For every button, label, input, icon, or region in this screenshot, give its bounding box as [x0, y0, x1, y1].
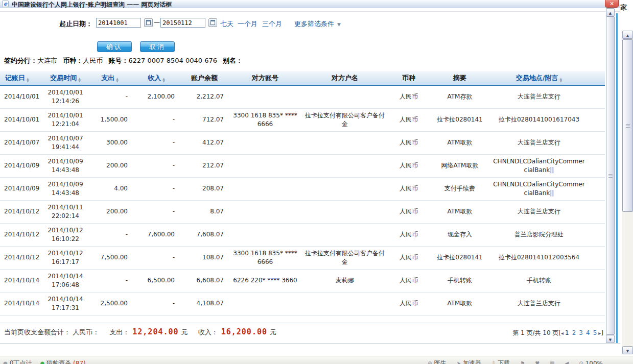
- page-link-1[interactable]: 1: [565, 329, 569, 336]
- start-date-calendar-button[interactable]: [144, 18, 153, 27]
- status-item-window[interactable]: ▦: [550, 360, 554, 364]
- cell-4: -: [133, 177, 180, 200]
- confirm-button[interactable]: 确认: [97, 41, 132, 52]
- close-button[interactable]: ✕: [605, 0, 619, 8]
- cell-4: -: [133, 154, 180, 177]
- cell-5: 212.07: [180, 154, 229, 177]
- cancel-button[interactable]: 取消: [140, 41, 175, 52]
- column-label: 交易地点/附言: [516, 74, 558, 82]
- cell-3: 2,500.00: [87, 292, 133, 315]
- start-date-input[interactable]: [96, 18, 141, 28]
- cell-4: -: [133, 200, 180, 223]
- cell-7: [301, 223, 388, 246]
- more-filters-link[interactable]: 更多筛选条件▼: [294, 19, 341, 29]
- status-item-rocket[interactable]: ➤加速器: [456, 359, 481, 364]
- sort-arrows-icon: ▲▼: [27, 77, 29, 82]
- cell-2: 2014/10/09 14:43:48: [44, 177, 87, 200]
- cell-7: [301, 200, 388, 223]
- browser-statusbar: ●0丁点计●猎豹查杀(87) ⊕医生➤加速器⇩下载⚑♥▦◀⊙100%: [0, 356, 633, 364]
- scroll-up-button[interactable]: ▲: [606, 8, 615, 16]
- status-item-medical[interactable]: ⊕医生: [428, 359, 446, 364]
- cell-7: 拉卡拉支付有限公司客户备付金: [301, 246, 388, 269]
- cell-6: [229, 85, 301, 108]
- cell-5: 6,608.07: [180, 269, 229, 292]
- cell-6: [229, 200, 301, 223]
- column-label: 币种: [402, 74, 415, 82]
- status-item-shield[interactable]: ●猎豹查杀(87): [40, 359, 85, 364]
- cell-2: 2014/10/07 19:41:44: [44, 131, 87, 154]
- dialog-frame-line: [0, 11, 620, 12]
- cell-4: -: [133, 131, 180, 154]
- status-item-dot[interactable]: ●0丁点计: [3, 359, 32, 364]
- sort-arrows-icon: ▲▼: [560, 77, 562, 82]
- pagination: 第 1 页/共 10 页[◂12345▸]: [512, 329, 603, 337]
- statusbar-right: ⊕医生➤加速器⇩下载⚑♥▦◀⊙100%: [428, 359, 603, 364]
- page-link-5[interactable]: 5: [593, 329, 597, 336]
- cell-8: 人民币: [388, 269, 429, 292]
- thumb-grip-icon: [626, 124, 630, 128]
- browser-scrollbar[interactable]: ▲ ▼: [622, 31, 633, 354]
- browser-scroll-down-button[interactable]: ▼: [622, 346, 633, 354]
- transaction-row: 2014/10/122014/10/12 16:17:177,500.00-10…: [0, 246, 605, 269]
- transaction-row: 2014/10/122014/10/11 22:02:14200.00-8.07…: [0, 200, 605, 223]
- scroll-down-button[interactable]: ▼: [606, 335, 615, 343]
- cell-8: 人民币: [388, 108, 429, 131]
- quick-range-7days-link[interactable]: 七天: [220, 19, 233, 29]
- column-header-1[interactable]: 记账日▲▼: [0, 71, 44, 85]
- browser-scroll-up-button[interactable]: ▲: [622, 31, 633, 39]
- window-icon: ▦: [550, 360, 554, 364]
- status-item-download[interactable]: ⇩下载: [491, 359, 510, 364]
- heart-icon: ♥: [535, 360, 540, 364]
- cell-6: [229, 223, 301, 246]
- quick-range-1month-link[interactable]: 一个月: [238, 19, 257, 29]
- status-item-speaker[interactable]: ◀: [565, 360, 569, 364]
- cell-4: 7,600.00: [133, 223, 180, 246]
- cell-10: 普兰店影院分理处: [490, 223, 588, 246]
- column-header-4[interactable]: 收入▲▼: [133, 71, 180, 85]
- cell-2: 2014/10/11 22:02:14: [44, 200, 87, 223]
- page-link-4[interactable]: 4: [586, 329, 590, 336]
- page-link-2[interactable]: 2: [572, 329, 576, 336]
- status-item-label: 猎豹查杀: [46, 359, 71, 364]
- cell-6: [229, 177, 301, 200]
- quick-range-3months-link[interactable]: 三个月: [262, 19, 282, 29]
- calendar-icon: [210, 20, 215, 25]
- shield-icon: ●: [40, 360, 44, 364]
- browser-scroll-thumb[interactable]: [622, 39, 633, 212]
- cell-10: CHNLNDLCDalianCityCommercialBank||: [490, 177, 588, 200]
- scroll-thumb[interactable]: [606, 16, 615, 335]
- alias-label: 别名：: [223, 57, 243, 64]
- in-label: 收入：: [198, 328, 218, 336]
- status-item-flag[interactable]: ⚑: [520, 360, 525, 364]
- dialog-scrollbar[interactable]: ▲ ▼: [606, 8, 615, 343]
- cell-8: 人民币: [388, 131, 429, 154]
- cell-7: 麦莉娜: [301, 269, 388, 292]
- end-date-calendar-button[interactable]: [208, 18, 217, 27]
- arrow-up-icon: ▲: [609, 11, 612, 15]
- cell-11: [588, 108, 605, 131]
- summary-separator: [0, 323, 605, 323]
- column-header-3[interactable]: 支出▲▼: [87, 71, 133, 85]
- cell-11: [588, 269, 605, 292]
- cell-11: [588, 200, 605, 223]
- totals-currency-label: 人民币：: [73, 328, 99, 336]
- column-label: 账户余额: [191, 74, 218, 82]
- cell-6: [229, 154, 301, 177]
- column-header-10[interactable]: 交易地点/附言▲▼: [490, 71, 588, 85]
- medical-icon: ⊕: [428, 360, 432, 364]
- transaction-row: 2014/10/142014/10/14 17:06:48-6,500.006,…: [0, 269, 605, 292]
- page-link-3[interactable]: 3: [579, 329, 583, 336]
- cell-7: [301, 85, 388, 108]
- column-header-2[interactable]: 交易时间▲▼: [44, 71, 87, 85]
- arrow-up-icon: ▲: [626, 34, 629, 38]
- dialog-title: 中国建设银行个人网上银行-账户明细查询 —— 网页对话框: [12, 1, 172, 9]
- end-date-input[interactable]: [160, 18, 205, 28]
- cell-9: 拉卡拉0280141: [429, 246, 490, 269]
- status-item-heart[interactable]: ♥: [535, 360, 540, 364]
- cell-1: 2014/10/14: [0, 269, 44, 292]
- cell-1: 2014/10/12: [0, 246, 44, 269]
- cell-2: 2014/10/14 17:06:48: [44, 269, 87, 292]
- status-item-zoom[interactable]: ⊙100%: [579, 360, 603, 364]
- cell-9: ATM取款: [429, 131, 490, 154]
- account-number-value: 6227 0007 8504 0040 676: [128, 57, 217, 64]
